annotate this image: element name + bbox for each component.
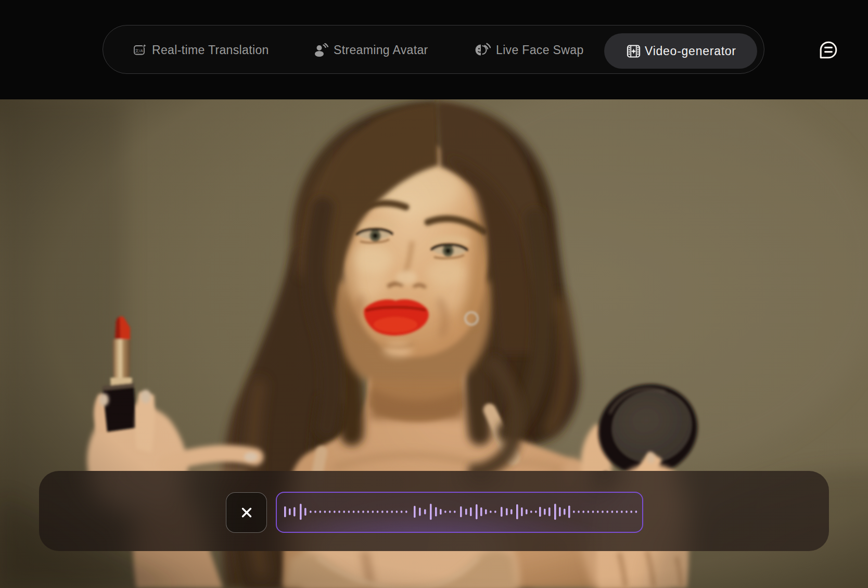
svg-text:文/A: 文/A (135, 48, 143, 53)
